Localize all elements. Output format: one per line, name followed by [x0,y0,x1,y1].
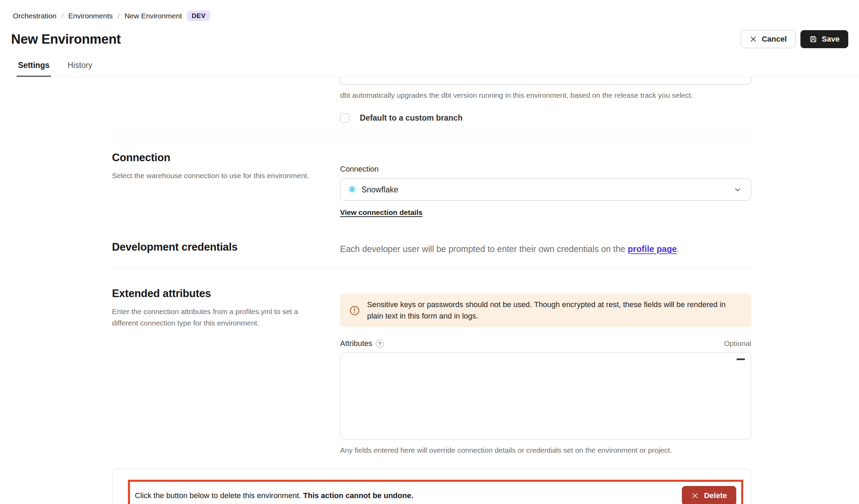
help-icon[interactable]: ? [376,340,384,348]
delete-text-regular: Click the button below to delete this en… [135,491,303,500]
close-icon [691,492,699,499]
title-row: New Environment Cancel Save [0,21,859,48]
attributes-label-text: Attributes [340,339,372,348]
breadcrumb-orchestration[interactable]: Orchestration [13,12,57,20]
extended-attributes-section: Extended attributes Enter the connection… [112,287,751,455]
attributes-field-label: Attributes ? [340,339,384,348]
breadcrumb-environments[interactable]: Environments [68,12,113,20]
warning-text: Sensitive keys or passwords should not b… [367,299,742,322]
tab-settings[interactable]: Settings [17,61,51,77]
release-track-select-fragment[interactable] [340,77,751,85]
save-button[interactable]: Save [800,30,848,48]
connection-section: Connection Select the warehouse connecti… [112,151,751,217]
delete-button-label: Delete [704,492,727,499]
annotation-highlight-box: Click the button below to delete this en… [128,480,743,504]
dev-credentials-section: Development credentials Each developer u… [112,241,751,255]
sensitive-keys-warning: Sensitive keys or passwords should not b… [340,294,751,327]
save-icon [809,35,817,43]
delete-text-bold: This action cannot be undone. [303,491,414,500]
connection-heading: Connection [112,151,340,164]
chevron-down-icon [734,185,742,194]
view-connection-details-link[interactable]: View connection details [340,208,423,217]
extended-attributes-heading: Extended attributes [112,287,340,300]
custom-branch-checkbox[interactable] [340,113,349,123]
extended-attributes-description: Enter the connection attributes from a p… [112,306,323,329]
delete-environment-text: Click the button below to delete this en… [135,491,413,500]
section-divider [112,136,751,136]
attributes-editor[interactable] [340,352,751,440]
release-track-section: dbt automatically upgrades the dbt versi… [112,77,751,123]
dev-credentials-text-before: Each developer user will be prompted to … [340,244,628,254]
dev-credentials-text-after: . [677,244,679,254]
danger-zone-card: Click the button below to delete this en… [112,469,751,504]
breadcrumb: Orchestration / Environments / New Envir… [0,0,859,21]
save-button-label: Save [822,35,840,43]
alert-icon [349,305,360,316]
delete-button[interactable]: Delete [682,486,736,504]
tab-history[interactable]: History [66,61,94,77]
page-title: New Environment [11,32,121,47]
tab-bar: Settings History [17,61,859,77]
cancel-button-label: Cancel [762,35,787,43]
environment-settings-page: Orchestration / Environments / New Envir… [0,0,859,504]
attributes-helper: Any fields entered here will override co… [340,445,751,455]
breadcrumb-separator: / [118,12,120,20]
release-track-helper: dbt automatically upgrades the dbt versi… [340,90,751,100]
custom-branch-row: Default to a custom branch [340,113,751,123]
optional-label: Optional [724,339,751,348]
env-type-badge: DEV [187,10,211,21]
header-actions: Cancel Save [741,30,848,48]
settings-content: dbt automatically upgrades the dbt versi… [0,77,859,504]
collapse-icon[interactable] [737,358,745,360]
connection-select[interactable]: ❄ Snowflake [340,179,751,201]
dev-credentials-heading: Development credentials [112,241,340,253]
breadcrumb-new-environment: New Environment [124,12,182,20]
connection-description: Select the warehouse connection to use f… [112,170,323,182]
attributes-editor-wrap [340,352,751,440]
section-divider [112,268,751,268]
custom-branch-label: Default to a custom branch [360,113,462,123]
attributes-label-row: Attributes ? Optional [340,339,751,348]
cancel-button[interactable]: Cancel [741,30,795,48]
connection-selected-value: Snowflake [362,185,398,194]
close-icon [749,35,757,43]
dev-credentials-text: Each developer user will be prompted to … [340,243,751,255]
breadcrumb-separator: / [61,12,63,20]
profile-page-link[interactable]: profile page [628,244,677,254]
connection-field-label: Connection [340,165,751,174]
